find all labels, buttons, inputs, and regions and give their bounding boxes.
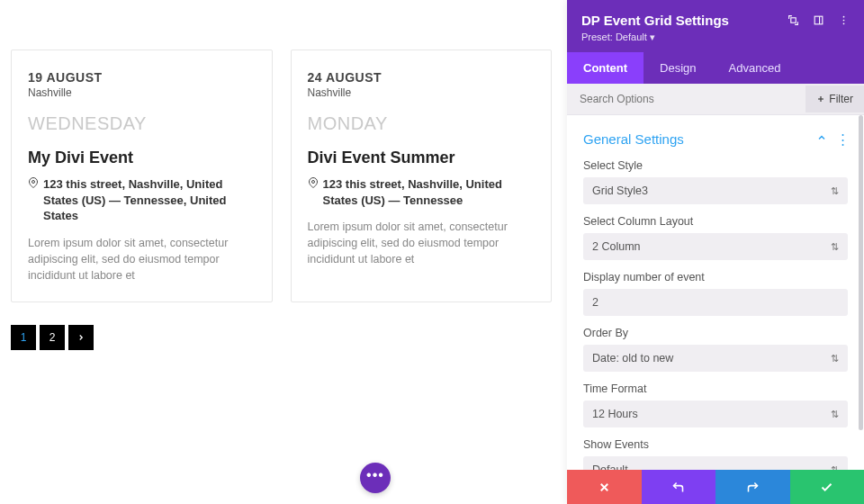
collapse-section-button[interactable] <box>816 132 827 146</box>
panel-footer <box>567 470 864 504</box>
panel-body[interactable]: General Settings ⋮ Select Style Grid Sty… <box>567 115 864 470</box>
field-label: Order By <box>583 327 848 339</box>
field-label: Select Column Layout <box>583 215 848 228</box>
close-icon <box>598 481 611 494</box>
event-excerpt: Lorem ipsum dolor sit amet, consectetur … <box>308 219 536 267</box>
select-column-dropdown[interactable]: 2 Column <box>583 233 848 260</box>
page-1-button[interactable]: 1 <box>11 325 36 350</box>
search-input[interactable] <box>567 84 806 114</box>
plus-icon <box>816 94 825 104</box>
field-select-column: Select Column Layout 2 Column ⇅ <box>567 212 864 267</box>
undo-icon <box>671 481 685 494</box>
select-style-dropdown[interactable]: Grid Style3 <box>583 177 848 204</box>
filter-label: Filter <box>829 93 853 105</box>
scrollbar-thumb[interactable] <box>859 115 863 430</box>
event-title: My Divi Event <box>28 148 256 167</box>
event-date: 19 AUGUST <box>28 70 256 85</box>
field-time-format: Time Format 12 Hours ⇅ <box>567 379 864 435</box>
chevron-up-icon <box>816 132 827 143</box>
kebab-icon[interactable] <box>837 14 850 27</box>
field-order-by: Order By Date: old to new ⇅ <box>567 323 864 379</box>
chevron-right-icon <box>76 333 86 342</box>
event-address-row: 123 this street, Nashville, United State… <box>308 176 536 208</box>
module-actions-fab[interactable]: ••• <box>360 463 391 493</box>
svg-point-7 <box>842 22 844 24</box>
field-label: Select Style <box>583 159 848 172</box>
svg-rect-2 <box>790 18 795 22</box>
field-label: Show Events <box>583 438 848 451</box>
redo-icon <box>746 481 760 494</box>
cancel-button[interactable] <box>567 470 642 504</box>
event-card: 19 AUGUST Nashville WEDNESDAY My Divi Ev… <box>11 50 273 302</box>
field-display-count: Display number of event <box>567 267 864 323</box>
page-next-button[interactable] <box>68 325 94 350</box>
check-icon <box>820 481 833 494</box>
section-kebab-icon[interactable]: ⋮ <box>836 135 850 144</box>
map-pin-icon <box>308 177 319 188</box>
svg-point-6 <box>842 20 844 22</box>
save-button[interactable] <box>790 470 865 504</box>
tab-design[interactable]: Design <box>644 52 712 84</box>
field-show-events: Show Events Default ⇅ <box>567 435 864 470</box>
event-address: 123 this street, Nashville, United State… <box>43 176 256 224</box>
field-label: Time Format <box>583 382 848 395</box>
svg-rect-3 <box>814 16 823 24</box>
panel-header: DP Event Grid Settings Preset: Default ▾ <box>567 0 864 52</box>
preview-canvas: 19 AUGUST Nashville WEDNESDAY My Divi Ev… <box>0 0 562 504</box>
event-card: 24 AUGUST Nashville MONDAY Divi Event Su… <box>291 50 553 302</box>
show-events-dropdown[interactable]: Default <box>583 456 848 470</box>
event-date: 24 AUGUST <box>308 70 536 85</box>
event-dayofweek: WEDNESDAY <box>28 113 256 134</box>
filter-button[interactable]: Filter <box>806 86 864 112</box>
event-excerpt: Lorem ipsum dolor sit amet, consectetur … <box>28 235 256 284</box>
event-title: Divi Event Summer <box>308 148 536 167</box>
expand-icon[interactable] <box>787 14 799 27</box>
display-count-input[interactable] <box>583 289 848 316</box>
undo-button[interactable] <box>642 470 716 504</box>
settings-panel: DP Event Grid Settings Preset: Default ▾… <box>567 0 864 504</box>
field-select-style: Select Style Grid Style3 ⇅ <box>567 156 864 212</box>
field-label: Display number of event <box>583 271 848 284</box>
dots-icon: ••• <box>366 467 384 483</box>
order-by-dropdown[interactable]: Date: old to new <box>583 345 848 372</box>
section-title[interactable]: General Settings <box>583 131 684 147</box>
preset-dropdown[interactable]: Preset: Default ▾ <box>581 32 850 43</box>
svg-point-1 <box>311 181 314 184</box>
panel-title: DP Event Grid Settings <box>581 13 729 28</box>
page-2-button[interactable]: 2 <box>40 325 65 350</box>
pagination: 1 2 <box>11 325 552 350</box>
event-city: Nashville <box>28 86 256 99</box>
map-pin-icon <box>28 177 39 188</box>
time-format-dropdown[interactable]: 12 Hours <box>583 400 848 428</box>
panel-tabs: Content Design Advanced <box>567 52 864 84</box>
search-bar: Filter <box>567 84 864 115</box>
event-grid: 19 AUGUST Nashville WEDNESDAY My Divi Ev… <box>11 50 552 302</box>
tab-content[interactable]: Content <box>567 52 644 84</box>
snap-icon[interactable] <box>812 14 824 27</box>
redo-button[interactable] <box>716 470 790 504</box>
svg-point-0 <box>32 181 35 184</box>
event-city: Nashville <box>308 86 536 99</box>
section-header: General Settings ⋮ <box>567 126 864 156</box>
event-address: 123 this street, Nashville, United State… <box>323 176 536 208</box>
tab-advanced[interactable]: Advanced <box>713 52 797 84</box>
event-address-row: 123 this street, Nashville, United State… <box>28 176 256 224</box>
svg-point-5 <box>842 16 844 18</box>
event-dayofweek: MONDAY <box>308 113 536 134</box>
